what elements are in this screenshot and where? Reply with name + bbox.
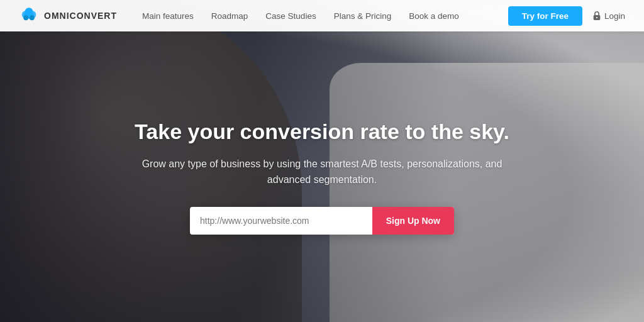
svg-point-7: [596, 17, 597, 18]
nav-case-studies[interactable]: Case Studies: [265, 11, 316, 21]
nav-plans-pricing[interactable]: Plans & Pricing: [334, 11, 392, 21]
hero-subtitle: Grow any type of business by using the s…: [127, 156, 517, 188]
navbar: OMNICONVERT Main features Roadmap Case S…: [0, 0, 644, 31]
login-link[interactable]: Login: [592, 11, 625, 21]
svg-point-4: [23, 15, 28, 20]
brand-name: OMNICONVERT: [44, 11, 117, 21]
nav-links: Main features Roadmap Case Studies Plans…: [142, 11, 508, 21]
try-for-free-button[interactable]: Try for Free: [508, 6, 582, 26]
signup-button[interactable]: Sign Up Now: [372, 207, 454, 235]
lock-icon: [592, 11, 601, 21]
hero-title: Take your conversion rate to the sky.: [127, 119, 517, 145]
nav-roadmap[interactable]: Roadmap: [211, 11, 248, 21]
nav-book-demo[interactable]: Book a demo: [409, 11, 459, 21]
svg-point-5: [30, 15, 35, 20]
logo-link[interactable]: OMNICONVERT: [19, 6, 117, 26]
hero-content: Take your conversion rate to the sky. Gr…: [127, 119, 517, 235]
signup-form: Sign Up Now: [190, 207, 454, 235]
login-label: Login: [604, 11, 625, 21]
nav-actions: Try for Free Login: [508, 6, 625, 26]
nav-main-features[interactable]: Main features: [142, 11, 194, 21]
logo-icon: [19, 6, 39, 26]
website-input[interactable]: [190, 207, 372, 235]
